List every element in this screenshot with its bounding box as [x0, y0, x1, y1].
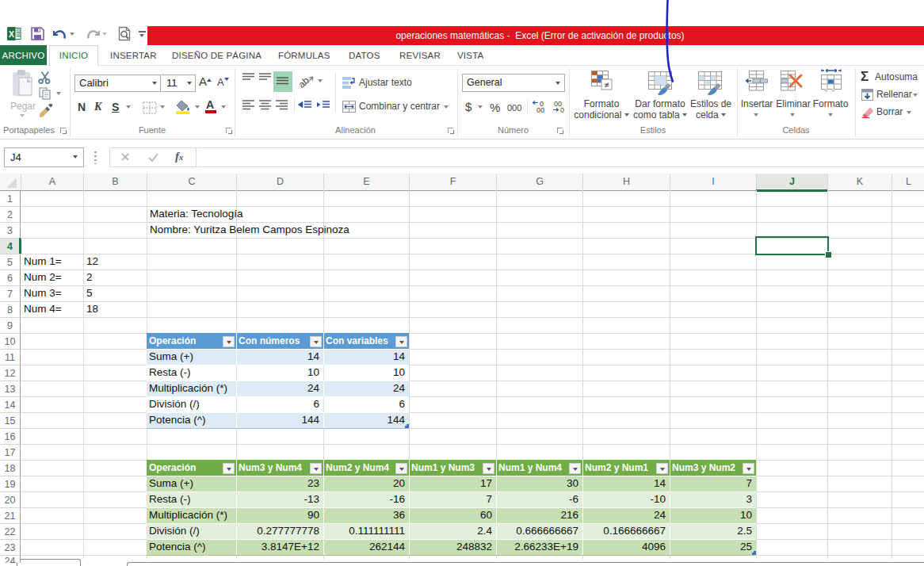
- svg-text:0: 0: [560, 106, 564, 113]
- svg-text:ab: ab: [300, 75, 311, 89]
- svg-text:00: 00: [536, 106, 544, 113]
- svg-text:≠: ≠: [604, 80, 609, 90]
- svg-text:X: X: [9, 29, 14, 39]
